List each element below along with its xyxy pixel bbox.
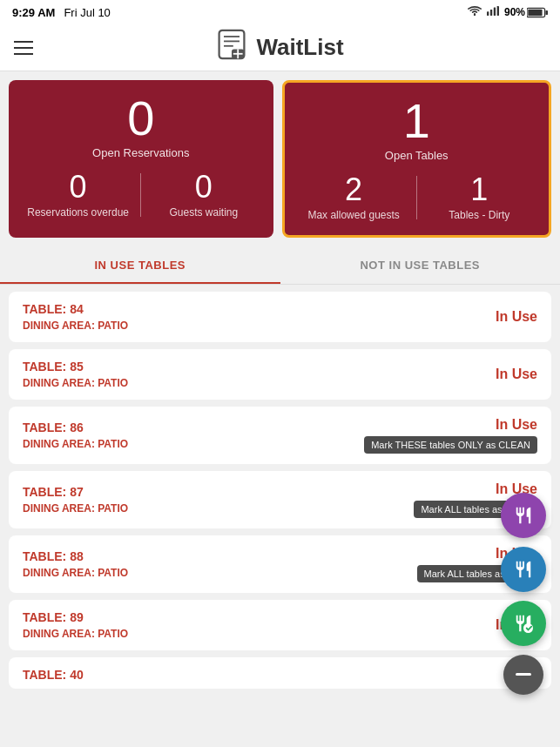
table-85-info: TABLE: 85 DINING AREA: PATIO: [23, 360, 128, 389]
svg-rect-3: [494, 8, 496, 16]
reservations-overdue-number: 0: [21, 172, 135, 203]
open-reservations-number: 0: [21, 94, 261, 143]
stat-divider: [416, 176, 417, 219]
table-85-area: DINING AREA: PATIO: [23, 377, 128, 389]
table-87-number: TABLE: 87: [23, 485, 128, 499]
open-tables-label: Open Tables: [297, 149, 537, 162]
svg-rect-16: [516, 673, 531, 676]
table-89-info: TABLE: 89 DINING AREA: PATIO: [23, 610, 128, 640]
table-86-tooltip: Mark THESE tables ONLY as CLEAN: [364, 436, 537, 454]
tables-dirty-number: 1: [422, 174, 536, 205]
tables-dirty-label: Tables - Dirty: [422, 209, 536, 221]
tab-not-in-use-tables[interactable]: NOT IN USE TABLES: [280, 246, 561, 284]
wifi-icon: [468, 5, 482, 19]
status-day: Fri Jul 10: [64, 6, 110, 19]
app-header: WaitList: [0, 24, 560, 71]
table-86-number: TABLE: 86: [23, 421, 128, 434]
table-row[interactable]: TABLE: 85 DINING AREA: PATIO In Use: [9, 349, 551, 400]
open-tables-number: 1: [297, 97, 537, 145]
svg-rect-1: [487, 11, 489, 16]
table-86-area: DINING AREA: PATIO: [23, 438, 128, 450]
tables-dirty-stat: 1 Tables - Dirty: [422, 174, 536, 221]
table-87-area: DINING AREA: PATIO: [23, 502, 128, 515]
tables-sub-stats: 2 Max allowed guests 1 Tables - Dirty: [297, 174, 537, 221]
table-88-area: DINING AREA: PATIO: [23, 567, 128, 579]
table-list: TABLE: 84 DINING AREA: PATIO In Use TABL…: [0, 285, 560, 696]
status-bar-left: 9:29 AM Fri Jul 10: [12, 6, 111, 19]
fab-mark-all-in-use[interactable]: [501, 547, 546, 592]
table-84-status: In Use: [496, 309, 537, 325]
table-40-number: TABLE: 40: [23, 668, 84, 682]
status-time: 9:29 AM: [12, 6, 55, 19]
status-bar: 9:29 AM Fri Jul 10 90%: [0, 0, 560, 24]
table-86-status: In Use: [496, 417, 537, 433]
table-row[interactable]: TABLE: 89 DINING AREA: PATIO In Use: [9, 600, 551, 650]
table-84-info: TABLE: 84 DINING AREA: PATIO: [23, 302, 128, 332]
tab-in-use-label: IN USE TABLES: [95, 259, 186, 272]
fab-mark-these-clean[interactable]: [501, 493, 546, 538]
svg-rect-6: [528, 9, 542, 16]
table-89-number: TABLE: 89: [23, 610, 128, 624]
reservations-sub-stats: 0 Reservations overdue 0 Guests waiting: [21, 172, 261, 219]
table-row[interactable]: TABLE: 88 DINING AREA: PATIO In Use Mark…: [9, 535, 551, 593]
max-guests-stat: 2 Max allowed guests: [297, 174, 411, 221]
table-tabs: IN USE TABLES NOT IN USE TABLES: [0, 246, 560, 285]
table-row[interactable]: TABLE: 86 DINING AREA: PATIO In Use Mark…: [9, 407, 551, 464]
hamburger-line: [14, 47, 33, 49]
tables-card: 1 Open Tables 2 Max allowed guests 1 Tab…: [282, 80, 552, 238]
svg-rect-2: [490, 10, 492, 16]
table-85-status: In Use: [496, 367, 537, 382]
table-row[interactable]: TABLE: 84 DINING AREA: PATIO In Use: [9, 292, 551, 342]
reservations-overdue-label: Reservations overdue: [21, 206, 135, 219]
menu-button[interactable]: [14, 41, 33, 55]
guests-waiting-label: Guests waiting: [146, 206, 260, 219]
app-logo-icon: [216, 29, 247, 66]
table-85-number: TABLE: 85: [23, 360, 128, 374]
table-86-right: In Use Mark THESE tables ONLY as CLEAN: [364, 417, 537, 454]
battery-percent: 90%: [504, 6, 525, 18]
stats-section: 0 Open Reservations 0 Reservations overd…: [0, 71, 560, 246]
svg-point-15: [523, 623, 533, 633]
svg-rect-7: [545, 10, 548, 14]
table-85-right: In Use: [496, 367, 537, 382]
hamburger-line: [14, 41, 33, 43]
table-88-info: TABLE: 88 DINING AREA: PATIO: [23, 549, 128, 579]
reservations-card: 0 Open Reservations 0 Reservations overd…: [9, 80, 273, 238]
table-40-info: TABLE: 40: [23, 668, 84, 682]
guests-waiting-stat: 0 Guests waiting: [146, 172, 260, 219]
tab-not-in-use-label: NOT IN USE TABLES: [360, 259, 480, 272]
svg-point-0: [474, 14, 476, 16]
table-row[interactable]: TABLE: 87 DINING AREA: PATIO In Use Mark…: [9, 471, 551, 528]
table-87-info: TABLE: 87 DINING AREA: PATIO: [23, 485, 128, 515]
fab-mark-all-clean[interactable]: [501, 601, 546, 646]
signal-icon: [487, 5, 499, 19]
app-title: WaitList: [216, 29, 343, 66]
table-84-area: DINING AREA: PATIO: [23, 320, 128, 332]
fab-container: [501, 493, 546, 695]
table-84-right: In Use: [496, 309, 537, 325]
svg-rect-4: [497, 6, 499, 16]
stat-divider: [140, 173, 141, 217]
open-reservations-label: Open Reservations: [21, 146, 261, 159]
guests-waiting-number: 0: [146, 172, 260, 203]
status-bar-right: 90%: [468, 5, 548, 19]
table-84-number: TABLE: 84: [23, 302, 128, 316]
table-row[interactable]: TABLE: 40: [9, 657, 551, 689]
battery-icon: 90%: [504, 6, 548, 18]
table-86-info: TABLE: 86 DINING AREA: PATIO: [23, 421, 128, 450]
table-88-number: TABLE: 88: [23, 549, 128, 563]
app-name: WaitList: [256, 34, 343, 61]
table-89-area: DINING AREA: PATIO: [23, 628, 128, 640]
tab-in-use-tables[interactable]: IN USE TABLES: [0, 246, 280, 284]
max-guests-label: Max allowed guests: [297, 209, 411, 221]
fab-collapse[interactable]: [503, 655, 543, 695]
max-guests-number: 2: [297, 174, 411, 205]
reservations-overdue-stat: 0 Reservations overdue: [21, 172, 135, 219]
hamburger-line: [14, 53, 33, 55]
